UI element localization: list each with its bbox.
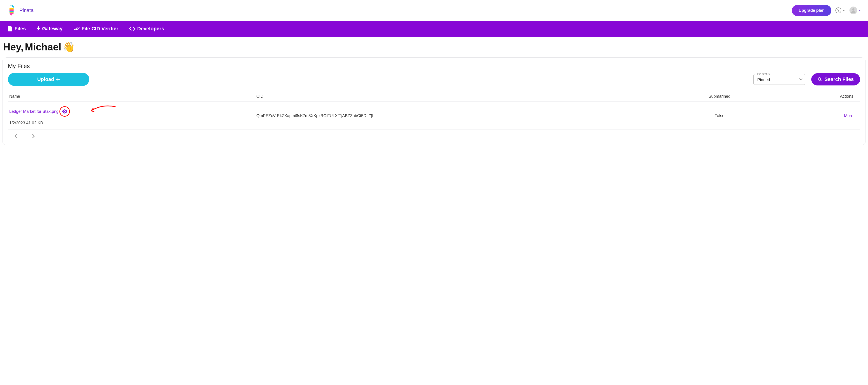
nav-label: File CID Verifier xyxy=(82,26,119,32)
column-header-name: Name xyxy=(8,91,255,102)
file-date: 1/2/2023 xyxy=(9,121,25,125)
pinata-logo-icon xyxy=(7,4,16,16)
help-menu[interactable]: ? xyxy=(835,7,845,13)
dropdown-arrow-icon xyxy=(799,78,802,81)
cid-value: QmPEZxVrRkZXapmi6sK7m8XKpxRCiFULXfTjABZZ… xyxy=(256,114,366,118)
pagination xyxy=(8,130,860,139)
nav-label: Developers xyxy=(137,26,164,32)
annotation-arrow-icon xyxy=(88,105,118,114)
search-files-button[interactable]: Search Files xyxy=(811,73,860,85)
nav-item-verifier[interactable]: File CID Verifier xyxy=(73,26,119,32)
nav-item-gateway[interactable]: Gateway xyxy=(37,26,63,32)
code-icon xyxy=(129,26,135,31)
check-double-icon xyxy=(73,26,80,31)
column-header-cid: CID xyxy=(255,91,673,102)
wave-icon: 👋 xyxy=(63,41,75,53)
chevron-down-icon xyxy=(858,9,861,12)
preview-eye-button[interactable] xyxy=(59,106,70,117)
copy-icon[interactable] xyxy=(369,114,373,118)
next-page-button[interactable] xyxy=(31,134,35,139)
logo-group[interactable]: Pinata xyxy=(7,4,33,16)
eye-icon xyxy=(62,110,68,114)
svg-rect-7 xyxy=(369,115,372,118)
nav-label: Gateway xyxy=(42,26,63,32)
table-row: Ledger Market for Stax.png 1/2/2023 xyxy=(8,102,860,130)
content-area: Hey, Michael 👋 My Files Upload Pin Statu… xyxy=(0,37,868,148)
cid-cell: QmPEZxVrRkZXapmi6sK7m8XKpxRCiFULXfTjABZZ… xyxy=(256,114,671,118)
svg-point-5 xyxy=(64,111,65,112)
nav-bar: Files Gateway File CID Verifier Develope… xyxy=(0,21,868,37)
top-bar: Pinata Upgrade plan ? xyxy=(0,0,868,21)
page-greeting: Hey, Michael 👋 xyxy=(2,41,866,57)
column-header-submarined: Submarined xyxy=(673,91,767,102)
nav-item-files[interactable]: Files xyxy=(8,26,26,32)
row-more-action[interactable]: More xyxy=(844,114,853,118)
section-title: My Files xyxy=(8,63,860,70)
brand-name: Pinata xyxy=(20,7,33,13)
select-label: Pin Status xyxy=(756,72,771,76)
upload-button[interactable]: Upload xyxy=(8,73,89,86)
upgrade-plan-button[interactable]: Upgrade plan xyxy=(792,5,831,16)
profile-menu[interactable] xyxy=(849,6,861,14)
controls-row: Upload Pin Status Pinned Search Files xyxy=(8,73,860,86)
upload-label: Upload xyxy=(37,77,54,82)
submarined-value: False xyxy=(673,102,767,130)
nav-label: Files xyxy=(14,26,26,32)
pin-status-select[interactable]: Pin Status Pinned xyxy=(753,74,805,85)
svg-rect-1 xyxy=(9,9,13,11)
file-meta: 1/2/2023 41.02 KB xyxy=(9,121,254,125)
svg-point-4 xyxy=(818,78,821,81)
select-value: Pinned xyxy=(757,78,795,82)
greeting-prefix: Hey, xyxy=(3,41,24,53)
bolt-icon xyxy=(37,26,40,31)
search-icon xyxy=(817,77,822,82)
plus-icon xyxy=(56,77,60,81)
files-table: Name CID Submarined Actions Ledger Marke… xyxy=(8,91,860,130)
chevron-down-icon xyxy=(842,9,845,12)
top-right-controls: Upgrade plan ? xyxy=(792,5,861,16)
svg-rect-2 xyxy=(9,11,13,12)
help-icon: ? xyxy=(835,7,841,13)
prev-page-button[interactable] xyxy=(14,134,18,139)
file-icon xyxy=(8,26,13,31)
files-panel: My Files Upload Pin Status Pinned Search… xyxy=(2,57,866,145)
column-header-actions: Actions xyxy=(766,91,860,102)
file-size: 41.02 KB xyxy=(26,121,43,125)
greeting-name: Michael xyxy=(25,41,61,53)
file-name-link[interactable]: Ledger Market for Stax.png xyxy=(9,109,59,114)
file-name-cell: Ledger Market for Stax.png xyxy=(9,106,254,117)
svg-point-3 xyxy=(852,8,855,11)
search-label: Search Files xyxy=(825,77,854,82)
nav-item-developers[interactable]: Developers xyxy=(129,26,164,32)
avatar-icon xyxy=(849,6,857,14)
